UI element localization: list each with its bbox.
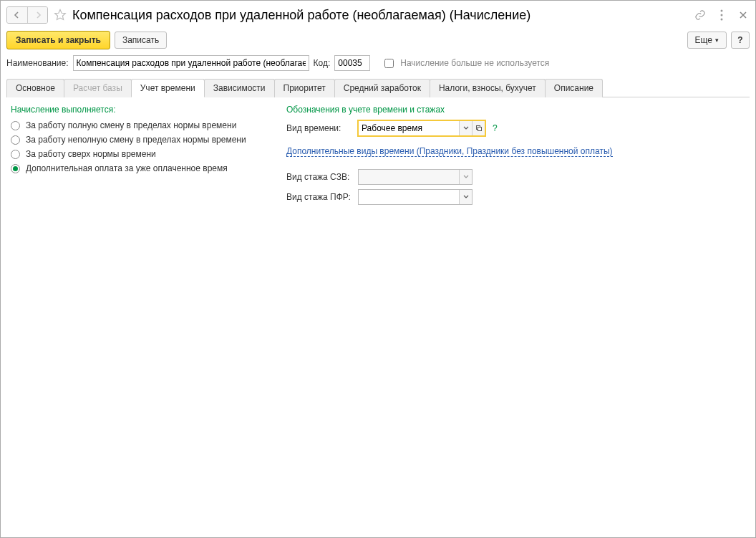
- close-button[interactable]: [737, 9, 750, 21]
- szv-select: [358, 169, 472, 185]
- kebab-menu-icon[interactable]: [715, 9, 728, 21]
- unused-checkbox-wrap[interactable]: Начисление больше не используется: [382, 57, 549, 70]
- svg-point-0: [721, 10, 723, 12]
- time-type-label: Вид времени:: [286, 123, 354, 133]
- unused-checkbox[interactable]: [384, 59, 394, 68]
- nav-forward-button[interactable]: [27, 7, 47, 23]
- time-type-dropdown-icon[interactable]: [459, 121, 472, 135]
- szv-input: [359, 170, 459, 184]
- pfr-input[interactable]: [359, 190, 459, 204]
- radio-label: За работу неполную смену в пределах норм…: [26, 135, 246, 145]
- more-menu-button[interactable]: Еще ▾: [687, 32, 727, 49]
- additional-time-types-link[interactable]: Дополнительные виды времени (Праздники, …: [286, 146, 613, 157]
- time-type-input[interactable]: [359, 121, 459, 135]
- radio-icon[interactable]: [11, 150, 20, 159]
- pfr-label: Вид стажа ПФР:: [286, 192, 354, 202]
- radio-icon[interactable]: [11, 121, 20, 130]
- link-icon[interactable]: [694, 9, 707, 21]
- accrual-option-0[interactable]: За работу полную смену в пределах нормы …: [11, 120, 272, 130]
- accrual-option-1[interactable]: За работу неполную смену в пределах норм…: [11, 135, 272, 145]
- left-section-title: Начисление выполняется:: [11, 105, 272, 115]
- pfr-dropdown-icon[interactable]: [459, 190, 472, 204]
- tab-desc[interactable]: Описание: [545, 79, 603, 97]
- accrual-option-3[interactable]: Дополнительная оплата за уже оплаченное …: [11, 163, 272, 173]
- unused-label: Начисление больше не используется: [400, 58, 549, 68]
- tab-tax[interactable]: Налоги, взносы, бухучет: [430, 79, 546, 97]
- chevron-down-icon: ▾: [715, 37, 719, 44]
- nav-back-button[interactable]: [7, 7, 27, 23]
- radio-label: За работу полную смену в пределах нормы …: [26, 120, 236, 130]
- svg-point-1: [721, 14, 723, 16]
- help-button[interactable]: ?: [731, 32, 750, 49]
- time-type-help-icon[interactable]: ?: [493, 123, 498, 133]
- svg-point-2: [721, 19, 723, 21]
- window-title: Компенсация расходов при удаленной работ…: [72, 8, 694, 23]
- tab-prio[interactable]: Приоритет: [274, 79, 335, 97]
- right-section-title: Обозначения в учете времени и стажах: [286, 105, 745, 115]
- code-input[interactable]: [334, 55, 370, 71]
- tab-base: Расчет базы: [64, 79, 132, 97]
- radio-icon[interactable]: [11, 135, 20, 145]
- save-and-close-button[interactable]: Записать и закрыть: [6, 31, 110, 49]
- szv-dropdown-icon: [459, 170, 472, 184]
- code-label: Код:: [314, 58, 331, 68]
- name-input[interactable]: [73, 55, 309, 71]
- svg-rect-4: [478, 128, 481, 131]
- tab-time[interactable]: Учет времени: [131, 79, 205, 97]
- pfr-select[interactable]: [358, 189, 472, 205]
- favorite-star-icon[interactable]: [52, 7, 68, 23]
- save-button[interactable]: Записать: [115, 32, 167, 49]
- szv-label: Вид стажа СЗВ:: [286, 172, 354, 182]
- tab-dep[interactable]: Зависимости: [204, 79, 275, 97]
- more-label: Еще: [695, 35, 712, 45]
- radio-label: За работу сверх нормы времени: [26, 149, 156, 159]
- time-type-select[interactable]: [358, 120, 485, 136]
- tab-main[interactable]: Основное: [6, 79, 64, 97]
- radio-icon[interactable]: [11, 164, 20, 173]
- name-label: Наименование:: [6, 58, 69, 68]
- radio-label: Дополнительная оплата за уже оплаченное …: [26, 163, 228, 173]
- time-type-open-icon[interactable]: [472, 121, 485, 135]
- accrual-option-2[interactable]: За работу сверх нормы времени: [11, 149, 272, 159]
- tab-avg[interactable]: Средний заработок: [334, 79, 430, 97]
